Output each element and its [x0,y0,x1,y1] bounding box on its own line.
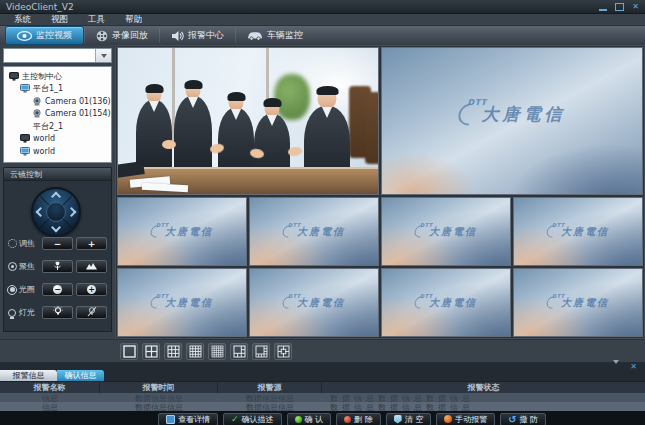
close-panel-icon[interactable] [630,362,637,371]
dtt-crescent-icon: DTT [283,225,294,238]
plant [274,74,310,120]
video-client-window: VideoClient_V2 系统 视图 工具 帮助 监控视频 录像回放 报警中… [0,0,645,425]
alarm-table-row[interactable]: 信息 数据信息信息 数据信息信息 数据信息数据信息数据信息 [0,402,645,411]
monitor-blue-icon [20,147,30,156]
tab-playback[interactable]: 录像回放 [84,27,159,44]
dtt-watermark: DTT大唐電信 [250,198,378,265]
light-off-button[interactable] [76,306,107,319]
device-dropdown[interactable] [3,48,112,63]
video-feed-logo[interactable]: DTT大唐電信 [117,268,247,337]
collapse-panel-button[interactable] [613,364,619,383]
column-alarm-source: 报警源 [218,382,322,393]
tree-item-control-center[interactable]: 主控制中心 [4,70,111,83]
alarm-table-row[interactable]: 信息 数据信息信息 数据信息信息 数据信息数据信息数据信息 [0,393,645,402]
layout-sixteen-button[interactable] [186,343,204,360]
light-on-button[interactable] [42,306,73,319]
minimize-icon[interactable] [599,2,607,11]
layout-mixed-button[interactable] [274,343,292,360]
tree-item-platform1[interactable]: 平台1_1 [4,83,111,96]
close-icon[interactable] [632,2,639,12]
video-feed-logo[interactable]: DTT大唐電信 [117,197,247,266]
layout-eight-icon [255,345,268,358]
button-label: 查看详情 [178,414,210,425]
confirm-description-button[interactable]: 确认描述 [223,413,282,425]
menu-tools[interactable]: 工具 [78,14,115,26]
video-feed-logo[interactable]: DTT大唐電信 [249,197,379,266]
ptz-up-button[interactable] [51,192,61,202]
tab-monitor-video[interactable]: 监控视频 [5,26,84,45]
tree-item-camera-136[interactable]: Camera 01(136) [4,95,111,108]
cell-alarm-source: 数据信息信息 [218,402,322,413]
tree-item-world-1[interactable]: world [4,133,111,146]
button-label: 清 空 [405,414,424,425]
monitor-blue-icon [20,84,30,93]
dtt-name: 大唐電信 [429,225,477,239]
confirm-button[interactable]: 确 认 [287,413,332,425]
video-grid: DTT 大唐電信 DTT大唐電信 DTT大唐電信 DTT大唐電信 DTT大唐電信… [115,45,645,339]
dtt-watermark: DTT大唐電信 [118,269,246,336]
dropdown-button[interactable] [95,49,111,62]
disarm-button[interactable]: 撤 防 [500,413,546,425]
tree-label: Camera 01(154) [45,109,111,118]
ptz-right-button[interactable] [67,207,77,217]
menu-help[interactable]: 帮助 [115,14,152,26]
column-alarm-name: 报警名称 [0,382,100,393]
video-feed-logo-large[interactable]: DTT 大唐電信 [381,47,643,195]
delete-button[interactable]: 删 除 [336,413,381,425]
video-feed-logo[interactable]: DTT大唐電信 [513,197,643,266]
dtt-name: 大唐電信 [429,296,477,310]
eye-icon [17,31,32,41]
focus-near-button[interactable] [42,260,73,273]
layout-quad-button[interactable] [142,343,160,360]
button-label: 手动报警 [455,414,487,425]
iris-open-button[interactable] [76,283,107,296]
tab-alarm-info[interactable]: 报警信息 [0,370,57,381]
dtt-crescent-icon: DTT [415,225,426,238]
tree-label: 主控制中心 [22,71,62,82]
layout-mixed-icon [277,345,290,358]
menu-system[interactable]: 系统 [4,14,41,26]
camera-icon [32,97,42,106]
dtt-watermark: DTT大唐電信 [514,198,642,265]
video-feed-logo[interactable]: DTT大唐電信 [381,268,511,337]
tab-vehicle-monitor[interactable]: 车辆监控 [235,27,314,44]
ptz-left-button[interactable] [36,207,46,217]
iris-close-button[interactable] [42,283,73,296]
zoom-in-button[interactable] [76,237,107,250]
dtt-crescent-icon: DTT [547,296,558,309]
zoom-out-button[interactable] [42,237,73,250]
main-toolbar: 监控视频 录像回放 报警中心 车辆监控 [0,26,645,45]
tab-label: 确认信息 [65,370,97,381]
manual-alarm-button[interactable]: 手动报警 [436,413,495,425]
window-title: VideoClient_V2 [6,2,74,12]
view-detail-button[interactable]: 查看详情 [158,413,218,425]
layout-nine-button[interactable] [164,343,182,360]
video-feed-logo[interactable]: DTT大唐電信 [381,197,511,266]
alarm-button-bar: 查看详情 确认描述 确 认 删 除 清 空 手动报警 撤 防 [0,411,645,425]
tab-label: 监控视频 [36,29,72,42]
cell-alarm-time: 数据信息信息 [100,402,218,413]
maximize-icon[interactable] [615,3,624,11]
tree-item-camera-154[interactable]: Camera 01(154) [4,108,111,121]
tree-item-world-2[interactable]: world [4,145,111,158]
layout-six-button[interactable] [230,343,248,360]
menu-view[interactable]: 视图 [41,14,78,26]
clear-button[interactable]: 清 空 [386,413,432,425]
mountain-icon [86,261,97,272]
clapping-hands [287,146,302,157]
tree-item-platform2[interactable]: 平台2_1 [4,120,111,133]
layout-twentyfive-button[interactable] [208,343,226,360]
video-feed-logo[interactable]: DTT大唐電信 [513,268,643,337]
video-feed-logo[interactable]: DTT大唐電信 [249,268,379,337]
layout-eight-button[interactable] [252,343,270,360]
ptz-down-button[interactable] [51,223,61,233]
video-feed-meeting[interactable] [117,47,379,195]
cell-alarm-name: 信息 [0,402,100,413]
ptz-panel: 调焦 聚焦 光圈 灯光 [3,180,112,332]
tab-alarm-center[interactable]: 报警中心 [159,27,235,44]
layout-single-button[interactable] [120,343,138,360]
tab-confirm-info[interactable]: 确认信息 [57,370,104,381]
tree-label: world [33,134,55,143]
focus-far-button[interactable] [76,260,107,273]
ptz-title: 云镜控制 [10,169,42,180]
